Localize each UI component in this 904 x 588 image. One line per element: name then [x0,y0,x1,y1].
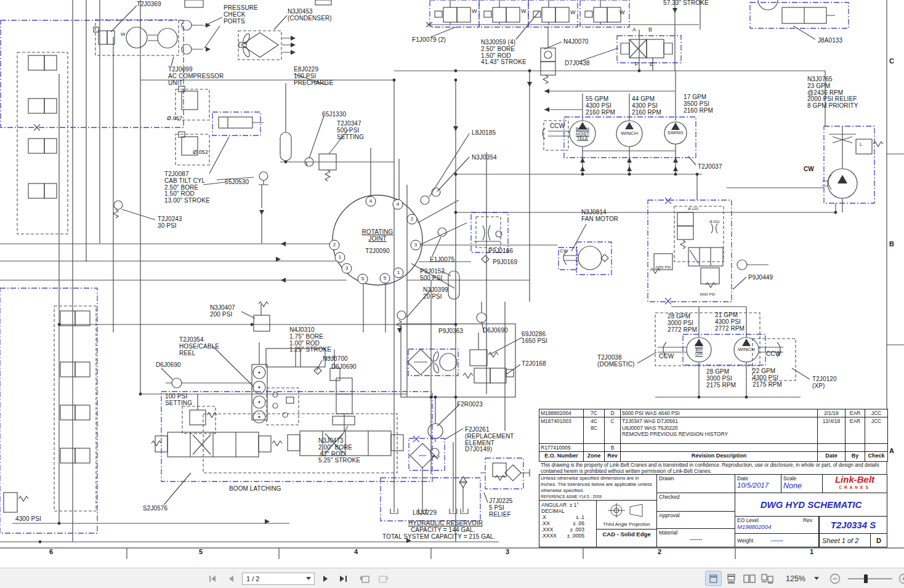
page-dropdown-caret[interactable] [306,577,311,580]
reference-note: REFERENCE ASME Y14.5 - 2009 [539,494,656,499]
eo-level-value: M198802004 [735,523,818,530]
schematic-label: 69J0286 1650 PSI [522,331,547,345]
schematic-label: J7J0225 5 PSI RELIEF [489,498,513,518]
rotating-joint-port: 2 [407,214,418,225]
schematic-label: 4 [354,549,358,556]
schematic-label: T2J0354 HOSE/CABLE REEL [179,337,219,356]
schematic-label: S2J0576 [143,505,167,512]
two-page-view-button[interactable] [741,571,757,586]
revision-cell: EAR [845,409,865,417]
previous-page-button[interactable] [224,572,238,586]
schematic-label: PRESSURE CHECK PORTS [224,5,258,25]
schematic-label: Ø.052 [193,150,208,156]
schematic-label: N3J0473 2.00" BORE .62" ROD 5.25" STROKE [318,438,360,464]
rotating-joint-port: 1 [335,252,345,263]
tolerance-row: .XXXX± .0005 [541,533,584,539]
schematic-label: 55 GPM 4300 PSI 2160 RPM [586,96,615,116]
schematic-label: 44 GPM 4300 PSI 2160 RPM [632,96,661,116]
rotating-joint-port: 4 [393,199,403,210]
schematic-label: A [632,27,636,33]
schematic-label: P [635,62,639,68]
date-value: 10/5/2017 [735,481,781,489]
schematic-label: 2250 PSI [655,265,671,269]
last-page-button[interactable] [337,572,350,586]
schematic-label: 2 [658,549,661,556]
rotating-joint-port: 3 [342,264,352,274]
revision-cell [621,444,818,452]
pdf-toolbar: 1 / 2 125% [0,568,904,588]
schematic-label: F2R0023 [457,401,483,408]
schematic-label: CCW [550,123,565,130]
schematic-label: T2J0347 500 PSI SETTING [337,121,364,140]
revision-cell: JCC [865,409,888,417]
previous-view-button[interactable] [358,572,372,586]
rotating-joint-port: 1 [393,268,404,278]
revision-cell: C [605,417,621,444]
page-number-input[interactable]: 1 / 2 [242,573,315,585]
schematic-label: 6 [49,549,53,556]
zoom-slider[interactable] [848,574,892,583]
sheet-size-letter: D [876,537,881,544]
zoom-out-button[interactable] [828,572,842,586]
tolerance-note: Unless otherwise specified dimensions ar… [539,475,656,494]
schematic-label: 28 GPM 3000 PSI 2772 RPM [668,313,697,333]
angular-tolerance: ANGULAR ± 1° [541,502,594,508]
revision-header-cell: Revision Description [621,452,818,462]
schematic-label: BOOM LATCHING [229,486,281,493]
zoom-level-display[interactable]: 125% [786,574,805,583]
schematic-label: 4300 PSI [15,516,41,523]
schematic-label: 65J1330 [322,111,346,118]
rev-label: Rev [801,517,818,523]
valve-bank [426,0,699,27]
revision-row: R177410005B [539,444,888,452]
rotating-joint-port: 5 [380,273,390,284]
schematic-label: A [889,448,894,455]
schematic-label: N3J0453 (CONDENSER) [288,9,332,22]
schematic-label: ROTATING JOINT [362,229,393,243]
zoom-dropdown-caret[interactable] [814,577,819,580]
revision-cell: EAR [845,417,865,444]
next-view-button[interactable] [376,572,390,586]
next-page-button[interactable] [319,572,333,586]
revision-cell: T2J0347 WAS D7J0561 U6J0007 WAS T6J0220 … [621,417,818,444]
schematic-label: N3J0700 [323,356,348,363]
revision-cell: 4C 8C [584,417,605,444]
schematic-label: T2J0038 (DOMESTIC) [597,355,634,368]
schematic-label: N3J0399 20 PSI [423,287,448,300]
schematic-label: T2J0087 CAB TILT CYL 2.50" BORE 1.50" RO… [164,171,210,204]
schematic-label: 100 PSI SETTING [165,393,192,407]
schematic-label: Ø.031 [709,220,720,224]
schematic-label: 3000 PSI [700,292,716,296]
confidentiality-note: This drawing is the property of Link-Bel… [541,462,884,475]
zoom-in-button[interactable] [897,572,904,586]
schematic-label: 21 GPM 4300 PSI 2772 RPM [715,312,745,332]
material-value: ------ [657,536,735,542]
revision-cell [584,444,605,452]
scrolling-page-view-button[interactable] [724,571,739,586]
schematic-label: E [650,62,653,68]
schematic-label: WINCH [621,131,638,137]
single-page-view-button[interactable] [706,571,721,586]
tolerance-row: .XX± .06 [541,520,584,526]
schematic-label: W [472,9,477,15]
revision-cell: M187401003 [539,417,584,444]
schematic-label: TOTAL SYSTEM CAPACITY = 215 GAL. [382,534,496,541]
checked-label: Checked [657,493,735,500]
schematic-label: L8J0229 [413,510,437,517]
two-page-scrolling-view-button[interactable] [759,571,775,586]
schematic-label: 57.33" STROKE [663,0,709,7]
schematic-label: 1 [810,549,813,556]
zoom-slider-handle[interactable] [864,574,868,583]
revision-header-cell: E.O. Number [539,452,584,462]
schematic-label: 3 [506,549,509,556]
schematic-label: 28 GPM 3000 PSI 2175 RPM [706,369,736,389]
first-page-button[interactable] [206,572,220,586]
schematic-label: P9J0363 [438,328,463,335]
rotating-joint-port: 2 [329,240,340,251]
schematic-label: FAN B/H O/R [695,343,703,356]
boom-latching-valves [151,378,432,481]
schematic-label: T2J0037 [698,164,722,171]
schematic-label: CCW [659,353,674,360]
linkbelt-logo: Link-Belt [823,475,887,485]
revision-cell: 12/4/18 [818,417,845,444]
